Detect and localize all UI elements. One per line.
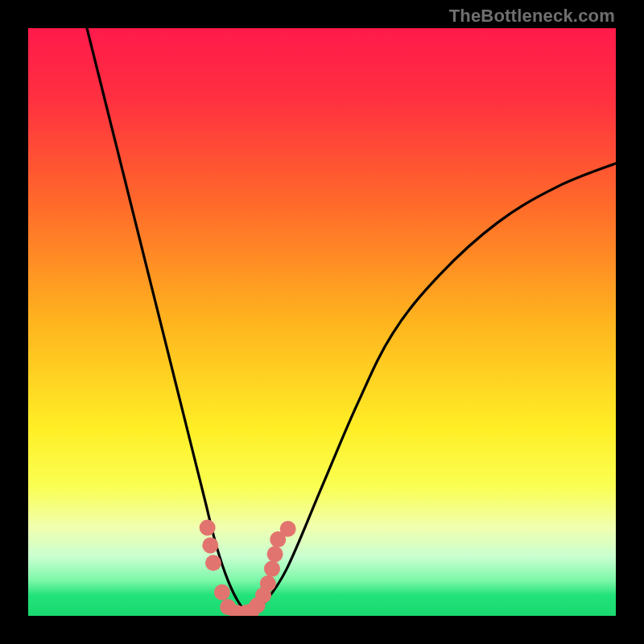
marker-point xyxy=(267,546,283,562)
chart-frame: TheBottleneck.com xyxy=(0,0,644,644)
marker-point xyxy=(214,584,230,601)
marker-point xyxy=(202,537,218,553)
marker-point xyxy=(205,555,221,571)
bottleneck-curve xyxy=(87,28,616,616)
curve-layer xyxy=(28,28,616,616)
marker-point xyxy=(264,561,280,577)
marker-point xyxy=(280,521,296,537)
marker-point xyxy=(200,520,216,536)
marker-point xyxy=(260,576,276,592)
watermark-text: TheBottleneck.com xyxy=(449,6,615,27)
plot-area xyxy=(28,28,616,616)
